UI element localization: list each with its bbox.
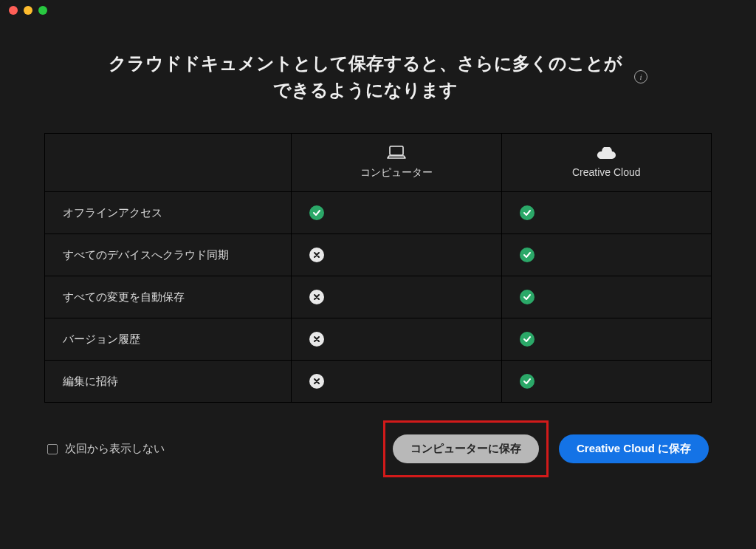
dialog-title-row: クラウドドキュメントとして保存すると、さらに多くのことが できるようになります …: [44, 50, 712, 103]
feature-cloud-value: [501, 234, 711, 276]
cloud-icon: [596, 147, 616, 160]
dialog-footer: 次回から表示しない コンピューターに保存 Creative Cloud に保存: [44, 420, 712, 477]
feature-computer-value: [292, 361, 501, 403]
feature-label: すべての変更を自動保存: [45, 276, 292, 318]
table-row: バージョン履歴: [45, 318, 712, 361]
column-header-computer-label: コンピューター: [360, 166, 433, 180]
table-row: すべての変更を自動保存: [45, 276, 712, 318]
column-header-cloud-label: Creative Cloud: [572, 166, 641, 178]
table-row: すべてのデバイスへクラウド同期: [45, 234, 712, 276]
check-icon: [520, 205, 535, 220]
highlight-annotation: コンピューターに保存: [383, 420, 549, 477]
feature-computer-value: [292, 192, 501, 234]
check-icon: [520, 290, 535, 304]
check-icon: [520, 374, 535, 389]
button-row: コンピューターに保存 Creative Cloud に保存: [383, 420, 709, 477]
dialog-title-line2: できるようになります: [273, 80, 458, 100]
feature-label: 編集に招待: [45, 361, 292, 403]
dialog-title-line1: クラウドドキュメントとして保存すると、さらに多くのことが: [109, 53, 622, 73]
feature-computer-value: [292, 276, 501, 318]
check-icon: [520, 332, 535, 347]
dialog-content: クラウドドキュメントとして保存すると、さらに多くのことが できるようになります …: [0, 21, 756, 499]
feature-label: オフラインアクセス: [45, 192, 292, 234]
feature-cloud-value: [501, 318, 711, 361]
table-row: 編集に招待: [45, 361, 712, 403]
column-header-cloud: Creative Cloud: [501, 134, 711, 192]
feature-cloud-value: [501, 361, 711, 403]
comparison-table: コンピューター Creative Cloud オフラインアクセスすべてのデバイ: [44, 133, 712, 403]
minimize-window-button[interactable]: [24, 6, 32, 15]
maximize-window-button[interactable]: [38, 6, 47, 15]
empty-header: [45, 134, 292, 192]
checkbox-box[interactable]: [47, 444, 58, 454]
table-row: オフラインアクセス: [45, 192, 712, 234]
dont-show-again-label: 次回から表示しない: [65, 442, 165, 456]
cross-icon: [309, 332, 324, 347]
save-to-cloud-button[interactable]: Creative Cloud に保存: [559, 434, 709, 463]
check-icon: [520, 248, 535, 262]
cross-icon: [309, 290, 324, 304]
feature-computer-value: [292, 318, 501, 361]
check-icon: [309, 205, 324, 220]
save-to-computer-button[interactable]: コンピューターに保存: [393, 434, 539, 463]
dialog-title: クラウドドキュメントとして保存すると、さらに多くのことが できるようになります: [109, 50, 622, 103]
feature-computer-value: [292, 234, 501, 276]
laptop-icon: [387, 146, 406, 160]
info-icon[interactable]: i: [634, 70, 647, 83]
dont-show-again-checkbox[interactable]: 次回から表示しない: [47, 442, 165, 456]
column-header-computer: コンピューター: [292, 134, 501, 192]
feature-label: バージョン履歴: [45, 318, 292, 361]
close-window-button[interactable]: [9, 6, 18, 15]
feature-label: すべてのデバイスへクラウド同期: [45, 234, 292, 276]
window-titlebar: [0, 0, 756, 21]
feature-cloud-value: [501, 192, 711, 234]
feature-cloud-value: [501, 276, 711, 318]
cross-icon: [309, 248, 324, 262]
cross-icon: [309, 374, 324, 389]
svg-rect-0: [390, 146, 403, 155]
